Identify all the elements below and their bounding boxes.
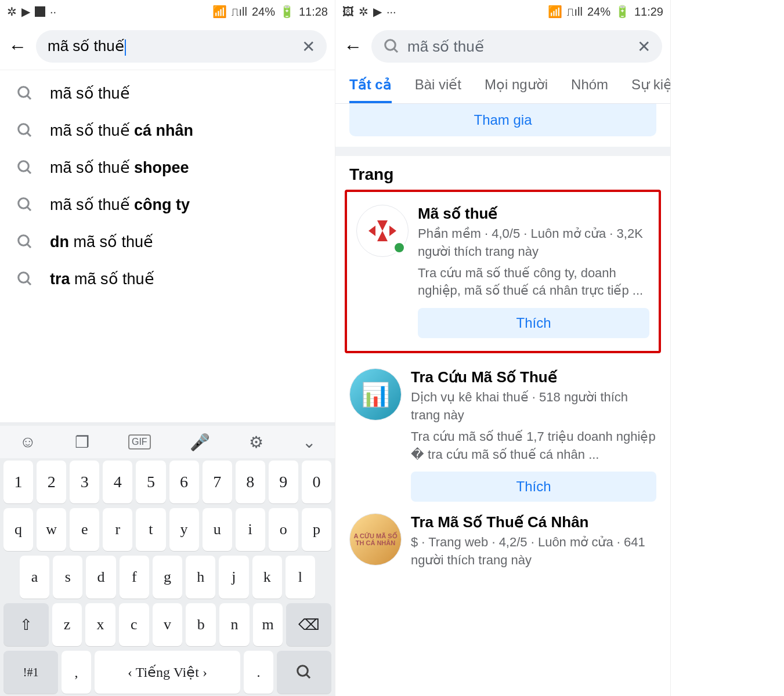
- page-card[interactable]: Mã số thuế Phần mềm · 4,0/5 · Luôn mở cử…: [352, 199, 654, 344]
- keyboard: ☺ ❐ GIF 🎤 ⚙ ⌄ 1 2 3 4 5 6 7 8 9 0 q w e …: [0, 422, 335, 696]
- key-o[interactable]: o: [269, 508, 298, 551]
- tab-groups[interactable]: Nhóm: [571, 77, 608, 103]
- page-desc: Tra cứu mã số thuế công ty, doanh nghiệp…: [418, 264, 649, 300]
- suggestion-item[interactable]: dn mã số thuế: [0, 223, 335, 260]
- key-c[interactable]: c: [119, 603, 149, 646]
- highlighted-result: Mã số thuế Phần mềm · 4,0/5 · Luôn mở cử…: [345, 190, 661, 353]
- sticker-icon[interactable]: ❐: [75, 433, 89, 452]
- key-u[interactable]: u: [203, 508, 232, 551]
- svg-line-7: [27, 207, 31, 211]
- suggestion-item[interactable]: tra mã số thuế: [0, 260, 335, 298]
- key-9[interactable]: 9: [269, 461, 298, 503]
- key-3[interactable]: 3: [70, 461, 99, 503]
- key-h[interactable]: h: [186, 556, 215, 599]
- search-header: ← mã số thuế ✕: [335, 23, 670, 70]
- key-l[interactable]: l: [286, 556, 315, 599]
- key-t[interactable]: t: [136, 508, 165, 551]
- key-k[interactable]: k: [252, 556, 282, 599]
- page-card[interactable]: A CỨU MÃ SỐ TH CÁ NHÂN Tra Mã Số Thuế Cá…: [335, 507, 670, 575]
- key-2[interactable]: 2: [37, 461, 66, 503]
- join-button[interactable]: Tham gia: [349, 104, 656, 136]
- search-icon: [383, 38, 400, 55]
- collapse-icon[interactable]: ⌄: [302, 433, 316, 452]
- suggestion-item[interactable]: mã số thuế công ty: [0, 186, 335, 223]
- key-y[interactable]: y: [169, 508, 199, 551]
- svg-marker-17: [377, 231, 388, 241]
- key-w[interactable]: w: [37, 508, 66, 551]
- emoji-icon[interactable]: ☺: [19, 433, 36, 451]
- page-desc: Tra cứu mã số thuế 1,7 triệu doanh nghiệ…: [411, 428, 656, 464]
- page-info: Tra Mã Số Thuế Cá Nhân $ · Trang web · 4…: [411, 513, 656, 570]
- svg-marker-19: [389, 226, 396, 236]
- key-4[interactable]: 4: [103, 461, 132, 503]
- svg-line-15: [394, 49, 398, 52]
- battery-icon: 🔋: [615, 5, 630, 19]
- key-8[interactable]: 8: [236, 461, 265, 503]
- suggestion-item[interactable]: mã số thuế cá nhân: [0, 112, 335, 149]
- search-bar[interactable]: mã số thuế ✕: [36, 30, 327, 63]
- key-v[interactable]: v: [153, 603, 183, 646]
- search-input[interactable]: mã số thuế: [407, 38, 630, 56]
- mic-icon[interactable]: 🎤: [190, 433, 210, 452]
- key-backspace[interactable]: ⌫: [286, 603, 331, 646]
- key-7[interactable]: 7: [203, 461, 232, 503]
- keyboard-row-1: q w e r t y u i o p: [0, 506, 335, 553]
- suggestions-list: mã số thuế mã số thuế cá nhân mã số thuế…: [0, 70, 335, 302]
- page-avatar[interactable]: 📊: [349, 368, 402, 420]
- tab-all[interactable]: Tất cả: [349, 77, 392, 103]
- key-m[interactable]: m: [253, 603, 283, 646]
- key-q[interactable]: q: [3, 508, 33, 551]
- tab-posts[interactable]: Bài viết: [415, 77, 461, 103]
- page-avatar[interactable]: [356, 205, 409, 257]
- tab-events[interactable]: Sự kiệ: [631, 77, 671, 103]
- clock: 11:29: [634, 5, 663, 19]
- key-j[interactable]: j: [219, 556, 248, 599]
- search-bar[interactable]: mã số thuế ✕: [371, 30, 662, 63]
- status-bar: 🖼 ✲ ▶ ··· 📶 ⎍ıll 24% 🔋 11:29: [335, 0, 670, 23]
- key-shift[interactable]: ⇧: [3, 603, 49, 646]
- page-card[interactable]: 📊 Tra Cứu Mã Số Thuế Dịch vụ kê khai thu…: [335, 362, 670, 507]
- like-button[interactable]: Thích: [411, 472, 656, 502]
- suggestion-item[interactable]: mã số thuế: [0, 75, 335, 112]
- key-0[interactable]: 0: [302, 461, 331, 503]
- tab-people[interactable]: Mọi người: [485, 77, 548, 103]
- search-input[interactable]: mã số thuế: [48, 37, 295, 55]
- clear-button[interactable]: ✕: [302, 37, 315, 56]
- key-r[interactable]: r: [103, 508, 132, 551]
- page-info: Mã số thuế Phần mềm · 4,0/5 · Luôn mở cử…: [418, 205, 649, 338]
- page-avatar[interactable]: A CỨU MÃ SỐ TH CÁ NHÂN: [349, 513, 402, 566]
- clear-button[interactable]: ✕: [637, 37, 651, 56]
- like-button[interactable]: Thích: [418, 308, 649, 338]
- key-d[interactable]: d: [86, 556, 115, 599]
- keyboard-num-row: 1 2 3 4 5 6 7 8 9 0: [0, 458, 335, 506]
- back-button[interactable]: ←: [344, 36, 362, 57]
- image-icon: 🖼: [342, 5, 354, 19]
- search-icon: [16, 85, 34, 102]
- gif-icon[interactable]: GIF: [128, 434, 151, 449]
- key-1[interactable]: 1: [3, 461, 33, 503]
- svg-point-6: [19, 198, 29, 209]
- key-a[interactable]: a: [20, 556, 49, 599]
- key-5[interactable]: 5: [136, 461, 165, 503]
- suggestion-item[interactable]: mã số thuế shopee: [0, 149, 335, 186]
- key-i[interactable]: i: [236, 508, 265, 551]
- key-p[interactable]: p: [302, 508, 331, 551]
- key-n[interactable]: n: [219, 603, 250, 646]
- svg-point-0: [19, 87, 29, 97]
- key-b[interactable]: b: [186, 603, 216, 646]
- key-f[interactable]: f: [120, 556, 149, 599]
- back-button[interactable]: ←: [8, 36, 27, 57]
- key-search[interactable]: [277, 651, 331, 694]
- key-comma[interactable]: ,: [62, 651, 91, 694]
- key-6[interactable]: 6: [169, 461, 199, 503]
- key-e[interactable]: e: [70, 508, 99, 551]
- key-period[interactable]: .: [244, 651, 273, 694]
- key-symbols[interactable]: !#1: [3, 651, 58, 694]
- key-z[interactable]: z: [52, 603, 82, 646]
- key-x[interactable]: x: [85, 603, 115, 646]
- settings-icon[interactable]: ⚙: [249, 433, 263, 452]
- key-g[interactable]: g: [153, 556, 182, 599]
- key-s[interactable]: s: [53, 556, 82, 599]
- key-space[interactable]: ‹ Tiếng Việt ›: [95, 651, 241, 694]
- search-icon: [16, 233, 34, 251]
